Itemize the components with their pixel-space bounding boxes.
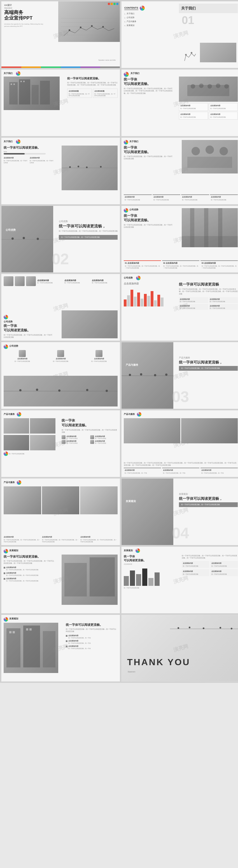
svg-rect-6	[9, 82, 18, 104]
svg-point-4	[185, 54, 187, 56]
logo: XX设计	[4, 4, 12, 7]
svg-point-73	[231, 628, 232, 629]
menu-item-2: 公司优势	[127, 17, 134, 19]
svg-point-5	[191, 52, 192, 54]
svg-point-48	[86, 389, 88, 391]
slide-6: 关于我们 统一字体可以阅读更流畅。 统一字体可以阅读更流畅，统一字体可以阅读更流…	[121, 137, 238, 205]
svg-rect-31	[187, 157, 232, 168]
svg-point-52	[129, 374, 131, 376]
slide-11: 公司优势 点击添加内容 统一字体可以阅读更流畅 点击添加内容 统一字体可以阅读更…	[1, 342, 120, 409]
standard-label: Standard	[4, 7, 44, 9]
svg-rect-59	[89, 557, 115, 596]
slide-14: 产品与服务 统一字体可以阅读更流畅，统一字体可以阅读更流畅，统一字体可以阅读更流…	[121, 410, 238, 477]
svg-point-29	[206, 146, 214, 154]
svg-rect-67	[29, 628, 32, 630]
slide-12-divider: 产品与服务 统一字体可以阅读更流畅， 统一字体可以阅读更流畅，统一字体可以阅读更…	[121, 342, 238, 409]
slide-13: 产品与服务 统一字体可以阅读更流畅 统一字体	[1, 410, 120, 477]
s4-title: 统一字体可以阅读更流畅。	[124, 78, 173, 86]
svg-point-24	[78, 166, 79, 167]
svg-point-17	[199, 84, 204, 88]
svg-point-18	[208, 84, 212, 89]
svg-rect-58	[64, 563, 87, 596]
svg-point-69	[178, 627, 179, 629]
cover-subtitle: introduce the agenda for the meeting. We…	[4, 23, 44, 28]
slide-15: 产品与服务 点击添加内容 统一字体可以阅读更流畅，统一字体可以阅读更流畅，统一字…	[1, 478, 120, 545]
svg-point-2	[91, 25, 93, 27]
svg-point-1	[80, 27, 81, 28]
menu-item-4: 发展规划	[127, 24, 134, 27]
slide-7-divider: 公司优势 统一字体可以阅读更流畅， 统一字体可以阅读更流畅，统一字体可以阅读更流…	[1, 206, 120, 273]
svg-rect-10	[11, 84, 12, 85]
slide-8: 公司优势 统一字体可以阅读更流畅。 统一字体可以阅读更流畅，统一字体可以阅读更流…	[121, 206, 238, 273]
svg-rect-32	[1, 206, 53, 272]
menu-item-1: 关于我们	[127, 12, 134, 15]
slide-2-contents: CONTENTS 1. 关于我们 2. 公司优势 3. 产品与服务	[121, 1, 238, 68]
slides-grid: XX设计	[0, 0, 238, 683]
thank-you-sub: Sweren	[128, 671, 135, 673]
svg-point-53	[140, 373, 142, 375]
svg-point-3	[102, 26, 104, 28]
svg-point-34	[11, 238, 14, 240]
svg-rect-8	[32, 85, 38, 104]
svg-rect-11	[14, 84, 15, 85]
svg-point-23	[69, 166, 71, 168]
svg-point-25	[86, 166, 88, 168]
svg-point-19	[216, 84, 220, 88]
slide-9: 点击添加内容 统一字体可以阅读更流畅 点击添加内容 统一字体可以阅读更流畅 点击…	[1, 274, 120, 341]
svg-rect-7	[19, 79, 30, 104]
slide-19: 发展规划 统一字体可以阅读更流畅。 统一字体可以阅读更流畅，统一	[1, 615, 120, 682]
svg-point-28	[191, 147, 200, 155]
slide-18: 发展规划 统一字体可以阅读更流畅。 点击添加内容 统一字体可以阅读更流畅	[121, 547, 238, 614]
thank-you-text: THANK YOU	[127, 657, 190, 668]
svg-rect-12	[21, 81, 22, 82]
slide-4: 关于我们 统一字体可以阅读更流畅。 统一字体可以阅读更流畅，统一字体可以阅读更流…	[121, 69, 238, 136]
menu-item-3: 产品与服务	[127, 21, 136, 23]
about-us-right-title: 关于我们	[181, 6, 236, 11]
svg-point-45	[19, 389, 22, 392]
svg-rect-66	[26, 628, 28, 630]
svg-point-72	[219, 627, 221, 628]
slide-17: 发展规划 统一字体可以阅读更流畅。 统一字体可以阅读更流畅，统一字体可以阅读更流…	[1, 547, 120, 614]
svg-point-70	[189, 627, 190, 628]
svg-point-49	[106, 390, 108, 392]
s3-desc: 统一字体可以阅读更流畅，统一字体可以阅读更流畅，统一字体可以阅读更流畅，统一字体…	[67, 82, 117, 86]
s3-title: 统一字体可以阅读更流畅。	[67, 76, 117, 81]
contents-label: CONTENTS	[124, 6, 138, 10]
svg-point-16	[191, 84, 195, 89]
slide-10: 公司优势 点击添加内容	[121, 274, 238, 341]
svg-point-36	[37, 238, 39, 240]
slide-16-divider: 发展规划 统一字体可以阅读更流畅， 统一字体可以阅读更流畅，统一字体可以阅读更流…	[121, 478, 238, 545]
s3-section: 关于我们	[4, 72, 12, 74]
svg-point-54	[154, 374, 156, 376]
svg-point-30	[219, 147, 228, 155]
svg-rect-9	[40, 81, 50, 104]
slide-3: 关于我们 统一字体可以阅读更流畅。 统一字体	[1, 69, 120, 136]
slide-1-cover: XX设计	[1, 1, 120, 68]
svg-point-55	[165, 374, 167, 376]
svg-rect-61	[6, 628, 21, 668]
svg-point-35	[23, 237, 25, 239]
svg-rect-63	[43, 631, 55, 668]
svg-point-26	[100, 166, 102, 167]
svg-rect-64	[9, 631, 11, 633]
svg-point-47	[58, 390, 60, 392]
speaker-info: Speaker name and title	[98, 59, 116, 61]
svg-rect-56	[122, 478, 173, 545]
slide-20-thankyou: THANK YOU Sweren 演亮网	[121, 615, 238, 682]
cover-image	[58, 1, 120, 42]
svg-point-20	[224, 84, 229, 89]
svg-rect-65	[12, 631, 15, 633]
slide-5: 关于我们 统一字体可以阅读更流畅。 50% 点击添加内容 统一字体可以阅读更流畅…	[1, 137, 120, 205]
svg-point-0	[69, 29, 70, 31]
svg-rect-13	[23, 81, 25, 82]
svg-point-71	[203, 627, 204, 629]
svg-rect-62	[23, 625, 40, 668]
svg-rect-41	[182, 236, 238, 247]
svg-point-46	[36, 389, 38, 391]
cover-main-title: 高端商务 企业宣传PPT	[4, 10, 44, 21]
svg-rect-42	[61, 310, 117, 338]
